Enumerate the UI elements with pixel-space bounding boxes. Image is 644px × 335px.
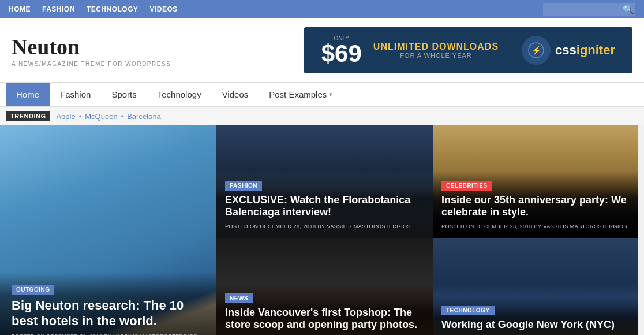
badge-celebrities: CELEBRITIES xyxy=(441,181,492,191)
trending-separator-1: • xyxy=(79,112,82,121)
article-topshop-title: Inside Vancouver's first Topshop: The st… xyxy=(225,307,424,332)
top-nav-search-bar: 🔍 xyxy=(543,3,635,16)
nav-videos[interactable]: Videos xyxy=(212,83,259,106)
logo-title: Neuton xyxy=(12,34,171,59)
topnav-technology[interactable]: TECHNOLOGY xyxy=(87,5,138,13)
article-hotel-title: Big Neuton research: The 10 best hotels … xyxy=(12,298,205,329)
article-fashion-overlay: FASHION EXCLUSIVE: Watch the Florabotani… xyxy=(216,171,433,238)
search-input[interactable] xyxy=(548,5,623,13)
search-icon[interactable]: 🔍 xyxy=(623,4,634,15)
banner-unlimited: UNLIMITED DOWNLOADS xyxy=(373,42,499,52)
cssigniter-icon: ⚡ xyxy=(522,36,551,65)
top-nav-links: HOME FASHION TECHNOLOGY VIDEOS xyxy=(9,5,178,13)
topnav-fashion[interactable]: FASHION xyxy=(42,5,75,13)
article-google-title: Working at Google New York (NYC) xyxy=(441,319,629,332)
banner-year: FOR A WHOLE YEAR xyxy=(373,52,499,59)
svg-text:⚡: ⚡ xyxy=(531,46,542,55)
topnav-home[interactable]: HOME xyxy=(9,5,31,13)
banner-brand-section: ⚡ cssigniter xyxy=(522,36,615,65)
nav-sports[interactable]: Sports xyxy=(101,83,147,106)
trending-items: Apple • McQueen • Barcelona xyxy=(56,112,160,121)
banner-offer-section: UNLIMITED DOWNLOADS FOR A WHOLE YEAR xyxy=(373,42,499,59)
trending-label: TRENDING xyxy=(6,111,50,121)
right-col: CELEBRITIES Inside our 35th anniversary … xyxy=(433,125,638,335)
article-hotel-overlay: OUTGOING Big Neuton research: The 10 bes… xyxy=(0,272,216,335)
nav-fashion[interactable]: Fashion xyxy=(50,83,101,106)
banner-price: $69 xyxy=(321,42,362,66)
chevron-down-icon: ▾ xyxy=(329,91,332,98)
middle-col: FASHION EXCLUSIVE: Watch the Florabotani… xyxy=(216,125,433,335)
badge-fashion: FASHION xyxy=(225,181,262,191)
logo-tagline: A NEWS/MAGAZINE THEME FOR WORDPRESS xyxy=(12,61,171,67)
promo-banner[interactable]: ONLY $69 UNLIMITED DOWNLOADS FOR A WHOLE… xyxy=(304,27,632,73)
badge-outgoing: OUTGOING xyxy=(12,285,54,295)
article-hotel[interactable]: OUTGOING Big Neuton research: The 10 bes… xyxy=(0,125,216,335)
site-header: Neuton A NEWS/MAGAZINE THEME FOR WORDPRE… xyxy=(0,18,644,83)
trending-item-mcqueen[interactable]: McQueen xyxy=(85,112,117,121)
top-nav: HOME FASHION TECHNOLOGY VIDEOS 🔍 xyxy=(0,0,644,18)
topnav-videos[interactable]: VIDEOS xyxy=(150,5,178,13)
nav-home[interactable]: Home xyxy=(6,83,50,106)
banner-price-section: ONLY $69 xyxy=(321,35,362,66)
article-party-title: Inside our 35th anniversary party: We ce… xyxy=(441,194,629,219)
article-google-overlay: TECHNOLOGY Working at Google New York (N… xyxy=(433,296,638,335)
trending-separator-2: • xyxy=(121,112,124,121)
nav-technology[interactable]: Technology xyxy=(147,83,212,106)
trending-bar: TRENDING Apple • McQueen • Barcelona xyxy=(0,107,644,125)
article-party[interactable]: CELEBRITIES Inside our 35th anniversary … xyxy=(433,125,638,238)
article-fashion-title: EXCLUSIVE: Watch the Florabotanica Balen… xyxy=(225,194,424,219)
article-topshop-overlay: NEWS Inside Vancouver's first Topshop: T… xyxy=(216,284,433,335)
article-fashion[interactable]: FASHION EXCLUSIVE: Watch the Florabotani… xyxy=(216,125,433,238)
nav-post-examples[interactable]: Post Examples ▾ xyxy=(259,83,343,106)
trending-item-apple[interactable]: Apple xyxy=(56,112,75,121)
trending-item-barcelona[interactable]: Barcelona xyxy=(127,112,161,121)
site-logo: Neuton A NEWS/MAGAZINE THEME FOR WORDPRE… xyxy=(12,34,171,67)
main-nav: Home Fashion Sports Technology Videos Po… xyxy=(0,83,644,107)
cssigniter-brand: cssigniter xyxy=(555,43,615,58)
article-fashion-meta: POSTED ON DECEMBER 28, 2018 BY VASSILIS … xyxy=(225,224,424,229)
post-examples-dropdown: Post Examples ▾ xyxy=(269,90,332,99)
article-party-overlay: CELEBRITIES Inside our 35th anniversary … xyxy=(433,171,638,238)
article-party-meta: POSTED ON DECEMBER 23, 2018 BY VASSILIS … xyxy=(441,224,629,229)
badge-news: NEWS xyxy=(225,293,253,303)
content-grid: OUTGOING Big Neuton research: The 10 bes… xyxy=(0,125,644,335)
article-google[interactable]: TECHNOLOGY Working at Google New York (N… xyxy=(433,238,638,335)
article-topshop[interactable]: NEWS Inside Vancouver's first Topshop: T… xyxy=(216,238,433,335)
badge-technology: TECHNOLOGY xyxy=(441,306,495,315)
